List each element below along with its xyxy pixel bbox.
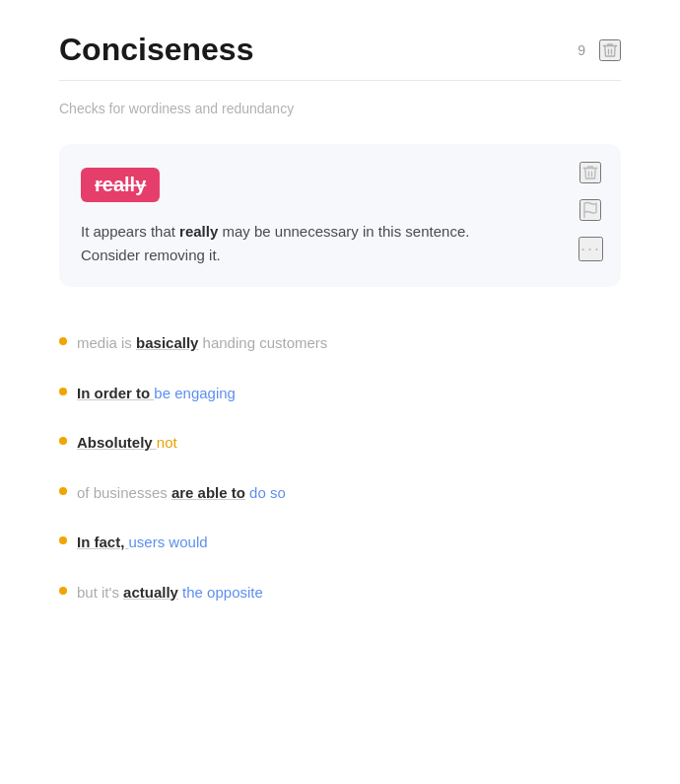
list-bullet — [59, 487, 67, 495]
more-icon: ··· — [580, 239, 601, 259]
list-item-text: media is basically handing customers — [77, 332, 327, 355]
subtitle: Checks for wordiness and redundancy — [59, 101, 621, 116]
list-item: In fact, users would — [59, 518, 621, 568]
list-item-text: In order to be engaging — [77, 383, 236, 405]
word-tag: really — [81, 168, 160, 202]
page-title: Conciseness — [59, 32, 253, 68]
card-flag-button[interactable] — [579, 199, 601, 221]
list-bullet — [59, 337, 67, 345]
list-bullet — [59, 536, 67, 544]
list-bullet — [59, 587, 67, 595]
header-delete-button[interactable] — [599, 39, 621, 61]
list-item-text: but it's actually the opposite — [77, 582, 263, 605]
header-divider — [59, 80, 621, 81]
list-item-text: Absolutely not — [77, 432, 177, 455]
suggestion-keyword: really — [179, 223, 218, 240]
page-container: Conciseness 9 Checks for wordiness and r… — [0, 0, 680, 657]
list-bullet — [59, 437, 67, 445]
list-item: Absolutely not — [59, 418, 621, 468]
header-row: Conciseness 9 — [59, 32, 621, 68]
header-right: 9 — [578, 39, 621, 61]
suggestion-text-before: It appears that — [81, 223, 179, 240]
card-more-button[interactable]: ··· — [578, 237, 603, 261]
list-item: In order to be engaging — [59, 369, 621, 419]
list-item-text: of businesses are able to do so — [77, 482, 286, 505]
count-badge: 9 — [578, 42, 585, 58]
items-list: media is basically handing customers In … — [59, 319, 621, 617]
card-flag-icon — [581, 201, 599, 219]
card-actions: ··· — [578, 162, 603, 261]
list-item-text: In fact, users would — [77, 532, 208, 554]
card-delete-button[interactable] — [579, 162, 601, 183]
list-item: but it's actually the opposite — [59, 568, 621, 618]
suggestion-text: It appears that really may be unnecessar… — [81, 220, 514, 267]
trash-icon — [601, 41, 619, 59]
card-trash-icon — [581, 164, 599, 181]
suggestion-card: ··· really It appears that really may be… — [59, 144, 621, 287]
list-item: media is basically handing customers — [59, 319, 621, 369]
list-bullet — [59, 388, 67, 395]
list-item: of businesses are able to do so — [59, 468, 621, 519]
